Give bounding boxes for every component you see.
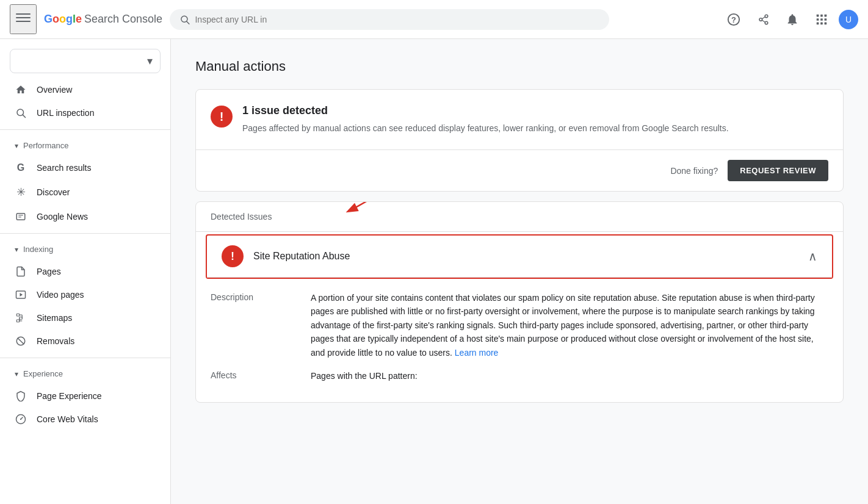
- svg-text:?: ?: [731, 15, 736, 24]
- header: Google Search Console ?: [0, 0, 868, 39]
- search-icon: [179, 14, 190, 25]
- sidebar-item-removals[interactable]: Removals: [0, 329, 165, 353]
- google-wordmark: Google: [44, 13, 82, 26]
- svg-rect-15: [817, 18, 819, 21]
- sidebar-item-label: Sitemaps: [37, 313, 72, 323]
- svg-rect-14: [825, 14, 827, 16]
- alert-description: Pages affected by manual actions can see…: [242, 122, 828, 135]
- header-actions: ?: [722, 7, 858, 32]
- removals-icon: [15, 336, 27, 347]
- description-row: Description A portion of your site conta…: [211, 291, 828, 359]
- discover-icon: ✳: [15, 185, 27, 199]
- chevron-down-icon: ▾: [147, 54, 153, 68]
- share-button[interactable]: [751, 7, 775, 32]
- description-label: Description: [211, 291, 296, 359]
- app-logo: Google Search Console: [44, 13, 162, 26]
- sidebar-item-google-news[interactable]: Google News: [0, 205, 165, 228]
- search-icon: [15, 107, 27, 118]
- svg-rect-2: [16, 21, 31, 22]
- apps-button[interactable]: [809, 7, 834, 32]
- property-selector[interactable]: ▾: [10, 49, 161, 73]
- svg-marker-27: [20, 293, 23, 297]
- issue-row-wrapper: ! Site Reputation Abuse ∧: [196, 232, 843, 281]
- url-search-input[interactable]: [195, 15, 599, 24]
- svg-rect-13: [820, 14, 823, 16]
- issue-details: Description A portion of your site conta…: [196, 281, 843, 402]
- issues-header: Detected Issues: [196, 202, 843, 232]
- sidebar-item-search-results[interactable]: G Search results: [0, 156, 165, 179]
- sidebar-item-video-pages[interactable]: Video pages: [0, 283, 165, 306]
- detected-issues-label: Detected Issues: [211, 212, 272, 221]
- help-button[interactable]: ?: [722, 7, 746, 32]
- sidebar-item-label: Removals: [37, 336, 74, 346]
- sidebar-item-discover[interactable]: ✳ Discover: [0, 179, 165, 205]
- affects-label: Affects: [211, 369, 296, 383]
- svg-point-8: [765, 15, 768, 18]
- sidebar-item-sitemaps[interactable]: Sitemaps: [0, 306, 165, 329]
- section-header-indexing[interactable]: ▾ Indexing: [0, 239, 170, 260]
- sidebar: ▾ Overview URL inspection ▾ Perform: [0, 39, 171, 504]
- page-title: Manual actions: [195, 59, 844, 74]
- sidebar-item-url-inspection[interactable]: URL inspection: [0, 101, 165, 124]
- sidebar-item-label: Pages: [37, 267, 61, 276]
- svg-point-9: [765, 21, 768, 24]
- issue-highlight: ! Site Reputation Abuse ∧: [206, 234, 833, 279]
- sidebar-item-page-experience[interactable]: Page Experience: [0, 384, 165, 408]
- section-header-performance[interactable]: ▾ Performance: [0, 135, 170, 156]
- section-label: Experience: [23, 369, 63, 378]
- avatar[interactable]: U: [839, 10, 858, 29]
- svg-rect-12: [817, 14, 819, 16]
- news-icon: [15, 211, 27, 222]
- home-icon: [15, 84, 27, 95]
- svg-line-11: [762, 20, 765, 22]
- collapse-icon: ▾: [15, 142, 18, 150]
- issue-row[interactable]: ! Site Reputation Abuse ∧: [207, 236, 832, 278]
- review-bar: Done fixing? REQUEST REVIEW: [196, 149, 843, 191]
- svg-line-10: [762, 16, 765, 18]
- sidebar-item-label: URL inspection: [37, 108, 94, 118]
- alert-content: 1 issue detected Pages affected by manua…: [242, 104, 828, 135]
- alert-header: ! 1 issue detected Pages affected by man…: [196, 90, 843, 149]
- pages-icon: [15, 266, 27, 277]
- sidebar-item-label: Search results: [37, 163, 91, 173]
- description-value: A portion of your site contains content …: [311, 291, 828, 359]
- svg-rect-20: [825, 22, 827, 24]
- learn-more-link[interactable]: Learn more: [455, 348, 499, 358]
- svg-rect-23: [16, 214, 25, 220]
- app-layout: ▾ Overview URL inspection ▾ Perform: [0, 39, 868, 504]
- affects-value: Pages with the URL pattern:: [311, 369, 828, 383]
- error-icon: !: [211, 106, 233, 128]
- svg-rect-19: [820, 22, 823, 24]
- svg-point-7: [759, 18, 762, 21]
- sidebar-item-label: Overview: [37, 85, 72, 95]
- issue-name: Site Reputation Abuse: [253, 251, 808, 262]
- request-review-button[interactable]: REQUEST REVIEW: [728, 160, 828, 181]
- svg-rect-29: [20, 317, 23, 320]
- svg-rect-1: [16, 17, 31, 18]
- issue-alert-card: ! 1 issue detected Pages affected by man…: [195, 89, 844, 192]
- sidebar-item-pages[interactable]: Pages: [0, 260, 165, 283]
- done-fixing-label: Done fixing?: [670, 166, 718, 176]
- alert-title: 1 issue detected: [242, 104, 828, 117]
- search-results-icon: G: [15, 162, 27, 173]
- divider: [0, 233, 170, 234]
- video-icon: [15, 289, 27, 300]
- gauge-icon: [15, 414, 27, 425]
- sidebar-item-core-web-vitals[interactable]: Core Web Vitals: [0, 408, 165, 431]
- arrow-annotation: [342, 201, 416, 220]
- shield-icon: [15, 391, 27, 401]
- sidebar-item-overview[interactable]: Overview: [0, 78, 165, 101]
- section-header-experience[interactable]: ▾ Experience: [0, 363, 170, 384]
- divider: [0, 129, 170, 130]
- section-label: Performance: [23, 141, 68, 150]
- sidebar-item-label: Discover: [37, 187, 70, 197]
- svg-rect-0: [16, 13, 31, 15]
- sidebar-item-label: Page Experience: [37, 391, 102, 401]
- expand-icon[interactable]: ∧: [808, 249, 817, 264]
- menu-icon[interactable]: [10, 4, 37, 34]
- url-search-bar[interactable]: [170, 9, 609, 30]
- sidebar-item-label: Google News: [37, 212, 88, 221]
- notifications-button[interactable]: [780, 7, 805, 32]
- sidebar-item-label: Video pages: [37, 290, 84, 300]
- sidebar-item-label: Core Web Vitals: [37, 414, 98, 424]
